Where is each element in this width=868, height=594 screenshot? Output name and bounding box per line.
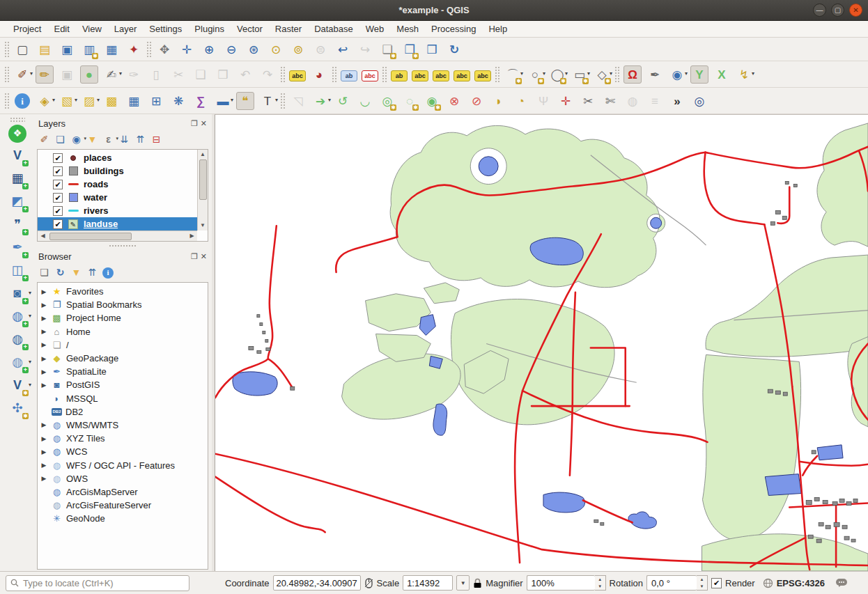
close-panel-icon[interactable]: ✕: [201, 252, 207, 260]
topological-editing-button[interactable]: Y: [690, 65, 708, 84]
statistical-summary-button[interactable]: ∑: [192, 92, 210, 110]
browser-item-geopackage[interactable]: ▶ ◆ GeoPackage: [38, 352, 208, 365]
offset-curve-button[interactable]: ◔: [512, 92, 530, 110]
toolbar-grip[interactable]: [495, 66, 500, 83]
layer-item-roads[interactable]: ✔ roads: [38, 178, 197, 191]
current-edits-button[interactable]: ✐: [13, 65, 31, 84]
paste-features-button[interactable]: ❒: [214, 65, 232, 84]
add-ring-button[interactable]: ◎: [378, 92, 396, 110]
expand-arrow-icon[interactable]: ▶: [40, 341, 47, 348]
menu-plugins[interactable]: Plugins: [188, 22, 231, 36]
browser-item-root[interactable]: ▶ ❏ /: [38, 338, 208, 352]
add-postgis-layer-button[interactable]: ◙: [8, 284, 27, 304]
expand-arrow-icon[interactable]: ▶: [40, 355, 47, 362]
toolbar-overflow-button[interactable]: »: [668, 92, 686, 110]
fill-ring-button[interactable]: ◉: [423, 92, 441, 110]
minimize-button[interactable]: —: [813, 3, 826, 17]
expand-arrow-icon[interactable]: ▶: [40, 328, 47, 335]
save-project-button[interactable]: ▣: [58, 40, 76, 58]
open-project-button[interactable]: ▤: [36, 40, 54, 58]
panel-splitter[interactable]: [36, 243, 210, 249]
scale-input[interactable]: [403, 575, 453, 591]
float-panel-icon[interactable]: ❐: [191, 252, 198, 260]
menu-web[interactable]: Web: [359, 22, 391, 36]
split-nodes-button[interactable]: Ψ: [534, 92, 552, 110]
new-project-button[interactable]: ▢: [13, 40, 31, 58]
layer-checkbox[interactable]: ✔: [53, 153, 63, 163]
move-feature-button[interactable]: ➔: [311, 92, 330, 110]
layer-diagram-button[interactable]: ◕: [310, 65, 328, 84]
new-gpx-layer-button[interactable]: ✣: [8, 399, 27, 419]
crs-status[interactable]: EPSG:4326: [777, 578, 825, 588]
zoom-to-layer-button[interactable]: ⊚: [289, 40, 307, 58]
data-source-manager-button[interactable]: ❖: [8, 125, 26, 143]
show-spatial-bookmarks-button[interactable]: ❒: [423, 40, 441, 58]
layers-horizontal-scrollbar[interactable]: ◀ ▶: [38, 230, 197, 241]
add-raster-layer-button[interactable]: ▦: [8, 169, 27, 189]
layer-labeling-button[interactable]: abc: [289, 70, 306, 81]
zoom-last-button[interactable]: ↩: [334, 40, 352, 58]
open-layer-styling-button[interactable]: ✐: [37, 132, 52, 147]
layer-checkbox[interactable]: ✔: [53, 206, 63, 216]
save-layer-edits-button[interactable]: ▣: [58, 65, 76, 84]
zoom-to-selection-button[interactable]: ⊙: [267, 40, 285, 58]
add-virtual-layer-button[interactable]: ◫: [8, 261, 27, 281]
circular-string-button[interactable]: ⌒: [504, 65, 522, 84]
reshape-features-button[interactable]: ◗: [490, 92, 508, 110]
menu-raster[interactable]: Raster: [269, 22, 308, 36]
map-tips-button[interactable]: ❝: [236, 92, 254, 110]
processing-toolbox-button[interactable]: ❋: [169, 92, 187, 110]
mouse-position-icon[interactable]: [364, 577, 373, 588]
select-by-expression-button[interactable]: ▨: [80, 92, 98, 110]
filter-legend-button[interactable]: ▼: [85, 132, 100, 147]
collapse-all-button[interactable]: ⇈: [133, 132, 148, 147]
zoom-native-resolution-button[interactable]: ⊜: [311, 40, 330, 58]
add-circle-button[interactable]: ○: [526, 65, 544, 84]
merge-features-button[interactable]: ◍: [623, 92, 642, 110]
browser-item-spatialite[interactable]: ▶ ✒ SpatiaLite: [38, 365, 208, 378]
browser-item-xyz[interactable]: ▶ ◍ XYZ Tiles: [38, 432, 208, 445]
add-wms-layer-button[interactable]: ◍: [8, 307, 27, 327]
browser-item-arcgis-map[interactable]: ◍ ArcGisMapServer: [38, 485, 208, 499]
coordinate-input[interactable]: [273, 575, 361, 591]
filter-by-expression-button[interactable]: ε: [101, 132, 116, 147]
layer-checkbox[interactable]: ✔: [53, 166, 63, 176]
measure-button[interactable]: ▬: [214, 92, 232, 110]
browser-item-postgis[interactable]: ▶ ◙ PostGIS: [38, 378, 208, 391]
rotation-input[interactable]: [646, 575, 697, 591]
toggle-editing-button[interactable]: ✏: [36, 65, 54, 84]
zoom-next-button[interactable]: ↪: [356, 40, 374, 58]
text-annotation-button[interactable]: T: [258, 92, 277, 110]
add-wfs-layer-button[interactable]: ◍: [8, 353, 27, 373]
move-label-button[interactable]: abc: [433, 70, 449, 81]
rotation-spinner[interactable]: ▲▼: [697, 575, 708, 591]
pan-to-selection-button[interactable]: ✛: [178, 40, 196, 58]
add-part-button[interactable]: ◌: [401, 92, 419, 110]
locator-search[interactable]: Type to locate (Ctrl+K): [6, 575, 189, 591]
new-spatial-bookmark-button[interactable]: ❐: [401, 40, 419, 58]
browser-item-arcgis-feature[interactable]: ◍ ArcGisFeatureServer: [38, 499, 208, 512]
modify-attributes-button[interactable]: ✑: [125, 65, 143, 84]
undo-button[interactable]: ↶: [236, 65, 254, 84]
expand-arrow-icon[interactable]: ▶: [40, 302, 47, 308]
browser-item-wcs[interactable]: ▶ ◍ WCS: [38, 445, 208, 458]
new-shapefile-layer-button[interactable]: V: [8, 376, 27, 396]
layer-item-places[interactable]: ✔ places: [38, 151, 197, 164]
browser-item-wms[interactable]: ▶ ◍ WMS/WMTS: [38, 419, 208, 432]
toolbar-grip[interactable]: [4, 41, 10, 58]
menu-view[interactable]: View: [76, 22, 108, 36]
simplify-feature-button[interactable]: ◡: [356, 92, 374, 110]
add-vector-layer-button[interactable]: V: [8, 146, 27, 166]
show-layout-manager-button[interactable]: ▦: [102, 40, 121, 58]
toolbar-grip[interactable]: [332, 66, 337, 83]
show-hide-labels-button[interactable]: abc: [412, 70, 428, 81]
trim-extend-button[interactable]: ✛: [557, 92, 575, 110]
zoom-full-extent-button[interactable]: ⊛: [245, 40, 263, 58]
vertex-tool-button[interactable]: ✍: [102, 65, 121, 84]
style-manager-button[interactable]: ✦: [125, 40, 143, 58]
highlight-pinned-labels-button[interactable]: abc: [362, 70, 378, 81]
snapping-visibility-button[interactable]: ◉: [668, 65, 686, 84]
toolbar-grip[interactable]: [4, 93, 10, 109]
rotate-label-button[interactable]: abc: [454, 70, 470, 81]
enable-tracing-button[interactable]: ↯: [735, 65, 753, 84]
